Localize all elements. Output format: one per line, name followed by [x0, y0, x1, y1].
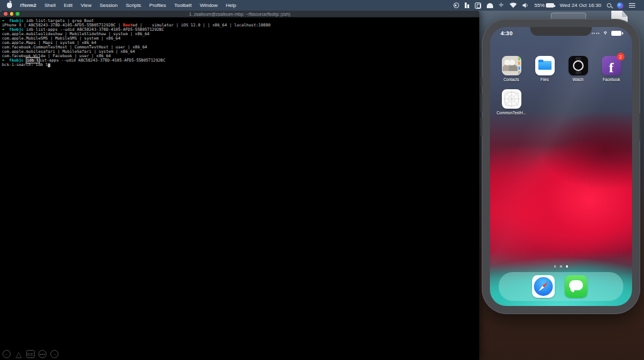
ios-clock: 4:30 [501, 30, 513, 36]
ios-status-icons [592, 30, 622, 36]
simulator-screen[interactable]: 4:30 Contacts Files [490, 27, 632, 306]
battery-icon [546, 3, 554, 8]
volume-up-button [480, 93, 482, 112]
contacts-icon [502, 56, 521, 75]
next-icon[interactable]: → [50, 350, 58, 358]
wifi-icon[interactable] [509, 3, 517, 8]
mute-switch [480, 77, 482, 87]
menu-item-edit[interactable]: Edit [64, 3, 72, 8]
menu-bar-left: iTerm2 ShellEditViewSessionScriptsProfil… [0, 3, 236, 8]
terminal-output[interactable]: ➜ fbobjc idb list-targets | grep BootiPh… [0, 18, 479, 67]
app-label: Facebook [602, 77, 620, 82]
menu-bar: iTerm2 ShellEditViewSessionScriptsProfil… [0, 0, 644, 11]
app-facebook[interactable]: f 2 Facebook [597, 56, 626, 82]
battery-indicator[interactable]: 55% [535, 3, 554, 8]
power-button [640, 113, 641, 141]
app-label: Watch [572, 77, 584, 82]
closed-captions-icon[interactable]: CC [26, 350, 35, 358]
desktop: iTerm2 ShellEditViewSessionScriptsProfil… [0, 0, 644, 360]
app-files[interactable]: Files [530, 56, 559, 82]
watch-icon [569, 56, 588, 75]
ios-wifi-icon [602, 31, 609, 36]
input-source-icon[interactable]: ✛ [499, 3, 504, 8]
app-watch[interactable]: Watch [564, 56, 592, 82]
terminal-cursor [48, 63, 50, 67]
notification-center-icon[interactable] [629, 3, 635, 8]
app-contacts[interactable]: Contacts [497, 56, 526, 82]
bell-icon[interactable] [487, 3, 493, 8]
menu-bar-status: ✛ 55% Wed 24 Oct 16:30 [453, 3, 644, 9]
menu-bar-clock[interactable]: Wed 24 Oct 16:30 [560, 3, 601, 8]
apple-menu-icon[interactable] [7, 3, 12, 8]
device-icon[interactable] [475, 3, 481, 9]
menu-item-session[interactable]: Session [99, 3, 117, 8]
terminal-text-segment: bck-i-search: idb l [2, 62, 48, 67]
files-icon [535, 56, 555, 75]
page-dots [490, 265, 632, 268]
stats-icon[interactable] [465, 3, 470, 8]
default-app-icon [502, 89, 521, 109]
menu-item-window[interactable]: Window [200, 3, 218, 8]
ios-status-bar: 4:30 [490, 30, 632, 36]
menu-item-help[interactable]: Help [226, 3, 236, 8]
menu-items: ShellEditViewSessionScriptsProfilesToolb… [45, 3, 236, 8]
app-commontesthost[interactable]: CommonTestH... [497, 89, 526, 115]
more-options-icon[interactable]: ••• [38, 350, 47, 358]
ios-dock [499, 272, 623, 301]
cellular-signal-icon [592, 33, 600, 34]
spotlight-icon[interactable] [607, 3, 611, 8]
terminal-line: bck-i-search: idb l [2, 63, 479, 67]
iphone-simulator: 4:30 Contacts Files [482, 19, 640, 314]
previous-icon[interactable]: ← [3, 350, 11, 358]
player-controls: ← △ CC ••• → [3, 350, 58, 358]
menu-item-toolbelt[interactable]: Toolbelt [174, 3, 192, 8]
volume-down-button [480, 117, 482, 136]
terminal-text-segment: ist-apps --udid ABC58243-378D-4105-AFD5-… [40, 58, 165, 63]
menu-item-iterm2[interactable]: iTerm2 [20, 3, 36, 8]
menu-item-shell[interactable]: Shell [45, 3, 56, 8]
battery-percent: 55% [535, 3, 545, 8]
siri-icon[interactable] [617, 3, 623, 9]
menu-item-scripts[interactable]: Scripts [126, 3, 141, 8]
terminal-title-bar[interactable]: 1. zsalloum@zsalloum-mbp: ~/fbsource/fbo… [0, 11, 479, 18]
menu-item-profiles[interactable]: Profiles [149, 3, 166, 8]
volume-icon[interactable] [523, 3, 529, 8]
terminal-title: 1. zsalloum@zsalloum-mbp: ~/fbsource/fbo… [0, 11, 479, 18]
terminal-line: ➜ fbobjc idb list-apps --udid ABC58243-3… [2, 58, 479, 63]
messages-icon[interactable] [565, 275, 587, 298]
iterm2-window: 1. zsalloum@zsalloum-mbp: ~/fbsource/fbo… [0, 11, 479, 360]
app-label: Files [540, 77, 548, 82]
notification-badge: 2 [617, 53, 625, 60]
app-label: Contacts [504, 77, 519, 82]
safari-icon[interactable] [532, 275, 555, 298]
menu-item-view[interactable]: View [80, 3, 91, 8]
facebook-icon: f 2 [602, 56, 621, 75]
warning-icon[interactable]: △ [14, 350, 23, 358]
screen-record-icon[interactable] [453, 3, 459, 8]
ios-battery-icon [611, 31, 621, 36]
app-label: CommonTestH... [497, 111, 526, 115]
